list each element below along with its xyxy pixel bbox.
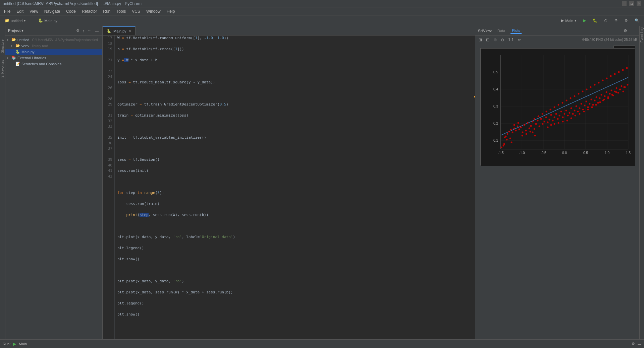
zoom-out-icon[interactable]: ⊖ [499,37,505,43]
menu-tools[interactable]: Tools [114,8,128,14]
svg-point-102 [604,95,605,97]
minimize-button[interactable]: — [622,1,627,6]
profile-button[interactable]: ⏱ [602,18,610,23]
coverage-button[interactable]: ☂ [612,18,620,23]
close-button[interactable]: ✕ [637,1,641,6]
line-num: 18 [105,41,112,47]
plot-info: 640x480 PNG (24-bit color) 25.16 kB [582,38,637,42]
menu-refactor[interactable]: Refactor [79,8,100,14]
settings-button[interactable]: ⚙ [623,18,630,23]
svg-point-160 [590,86,591,88]
menu-vcs[interactable]: VCS [129,8,143,14]
tree-item-external[interactable]: ▾ 📚 External Libraries [5,55,102,61]
run-button[interactable]: ▶ [581,18,588,23]
svg-point-152 [557,104,559,106]
svg-point-44 [510,129,512,131]
tree-label-untitled: untitled [17,38,29,42]
run-label: Run: [3,342,10,346]
svg-point-125 [566,120,568,122]
svg-point-64 [540,118,542,120]
menu-help[interactable]: Help [164,8,178,14]
svg-point-144 [525,133,527,135]
tree-label-external: External Libraries [17,56,46,60]
pen-icon[interactable]: ✏ [517,37,523,43]
svg-point-73 [555,113,557,115]
svg-point-129 [583,111,585,113]
svg-point-116 [502,145,504,147]
svg-rect-13 [481,49,635,166]
svg-point-140 [627,84,628,86]
svg-point-56 [527,122,528,124]
svg-point-63 [538,126,540,127]
sciview-tabs: SciView: Data Plots [478,28,522,34]
run-minimize-icon[interactable]: — [638,342,641,346]
code-content[interactable]: W = tf.Variable(tf.random_uniform([1], -… [115,36,475,339]
tree-item-untitled[interactable]: ▾ 📂 untitled C:\Users\MRVLAB\PycharmProj… [5,37,102,43]
zoom-in-icon[interactable]: ⊕ [492,37,498,43]
menu-navigate[interactable]: Navigate [42,8,63,14]
grid-icon[interactable]: ⊞ [477,37,483,43]
project-settings-icon[interactable]: ⋯ [87,28,93,33]
svg-point-96 [594,100,595,101]
file-icon: 🐍 [38,18,43,23]
sciview-panel: SciView: Data Plots ⚙ — ⊞ ⊡ ⊕ ⊖ 1:1 ✏ 64… [475,26,639,339]
line-num [105,52,112,58]
line-num: 23 [105,69,112,74]
tree-item-venv[interactable]: ▾ 📂 venv library root [5,43,102,49]
tree-item-mainpy[interactable]: 🐍 Main.py [5,49,102,55]
tab-plots[interactable]: Plots [511,28,521,34]
toolbar-file-label[interactable]: 🐍 Main.py [36,18,59,23]
project-sort-icon[interactable]: ↕ [82,28,86,33]
line-num [105,91,112,96]
run-config-label: Main [565,19,573,23]
editor-tab-mainpy[interactable]: 🐍 Main.py ✕ [103,26,136,35]
tab-data[interactable]: Data [496,28,506,33]
line-num: 35 [105,135,112,141]
sciview-header-icons: ⚙ — [622,28,637,34]
svg-point-123 [557,122,559,124]
line-num: 21 [105,58,112,63]
line-num [105,152,112,157]
svg-point-91 [585,101,587,102]
structure-label[interactable]: Structure [1,40,4,53]
sciview-minimize-icon[interactable]: — [630,28,637,34]
run-config-name: Main [19,342,27,346]
menu-window[interactable]: Window [144,8,163,14]
svg-point-128 [579,113,580,115]
line-num [105,80,112,85]
project-gear-icon[interactable]: ⚙ [75,28,80,33]
maximize-button[interactable]: □ [629,1,634,6]
svg-point-97 [595,96,597,98]
project-minimize-icon[interactable]: — [94,28,100,33]
svg-point-77 [562,117,564,118]
project-header-title: Project ▾ [8,28,23,33]
svg-point-79 [565,110,567,112]
favorites-label[interactable]: 2: Favorites [1,60,4,77]
search-everywhere-button[interactable]: 🔍 [633,18,641,23]
title-bar: untitled [C:\Users\MRVLAB\PycharmProject… [0,0,644,7]
bottom-panel: Run: ▶ Main ⚙ — ▶ ■ ↑ ↓ 📌 ✕ W0812 16:37:… [0,339,644,348]
run-settings-icon[interactable]: ⚙ [632,342,635,346]
actual-size-icon[interactable]: 1:1 [507,37,515,43]
tab-close-icon[interactable]: ✕ [128,29,131,33]
run-header: Run: ▶ Main ⚙ — [0,340,644,348]
code-editor[interactable]: 17 18 19 21 23 24 26 28 29 31 32 [103,36,475,339]
svg-point-90 [584,105,585,107]
svg-point-132 [595,104,597,106]
fit-icon[interactable]: ⊡ [485,37,491,43]
menu-view[interactable]: View [27,8,41,14]
menu-code[interactable]: Code [63,8,78,14]
file-name-label: Main.py [44,19,57,23]
toolbar-project-dropdown[interactable]: 📁 untitled ▾ [3,18,28,23]
menu-run[interactable]: Run [100,8,113,14]
tree-item-scratches[interactable]: 📝 Scratches and Consoles [5,61,102,67]
debug-button[interactable]: 🐛 [591,18,599,23]
sciview-settings-icon[interactable]: ⚙ [622,28,629,34]
event-log-label[interactable]: Event Log [640,27,644,43]
menu-edit[interactable]: Edit [14,8,26,14]
run-config-selector[interactable]: ▶ Main ▾ [559,18,579,23]
svg-point-82 [570,108,572,109]
menu-file[interactable]: File [1,8,13,14]
svg-point-142 [517,122,519,124]
svg-point-163 [602,80,603,81]
